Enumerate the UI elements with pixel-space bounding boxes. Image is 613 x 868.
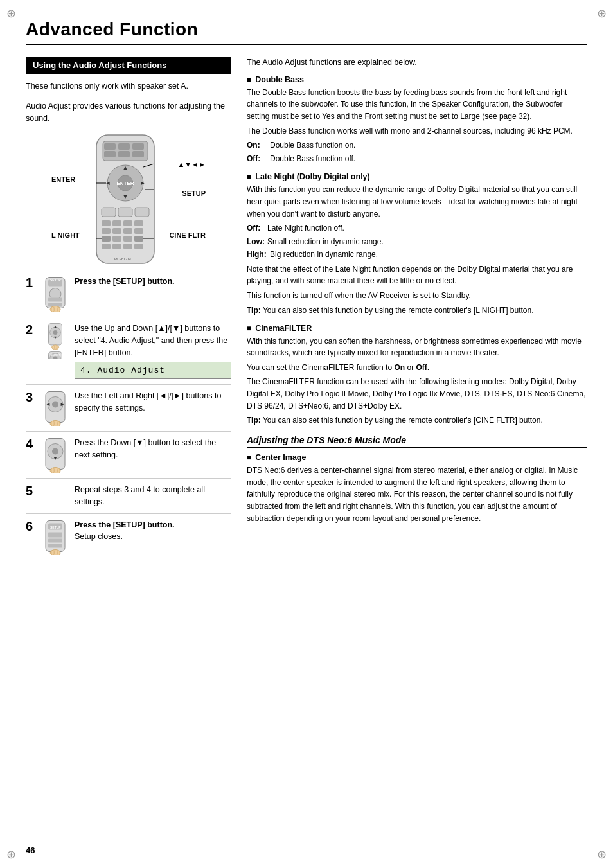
step-5-row: 5 Repeat steps 3 and 4 to complete all s… [26,484,231,514]
label-cinefltr: CINE FLTR [169,231,206,239]
svg-text:▲: ▲ [53,324,57,328]
svg-rect-70 [55,421,57,427]
step-4-icon: ▼ [41,437,69,473]
step-6-icon: SETUP [41,519,69,555]
center-image-body: DTS Neo:6 derives a center-channel signa… [247,465,587,524]
svg-rect-21 [134,220,143,226]
late-night-body: With this function you can reduce the dy… [247,184,587,315]
step-1-row: 1 SETUP [26,276,231,317]
svg-rect-6 [118,151,130,157]
late-night-title: Late Night (Dolby Digital only) [247,172,587,181]
svg-point-74 [52,448,58,455]
svg-rect-32 [123,244,132,249]
double-bass-section: Double Bass The Double Bass function boo… [247,75,587,165]
svg-rect-22 [102,228,111,234]
step-6-number: 6 [26,519,39,534]
svg-rect-2 [104,143,116,150]
late-night-section: Late Night (Dolby Digital only) With thi… [247,172,587,315]
double-bass-off-row: Off: Double Bass function off. [247,153,587,165]
step-3-left: 3 ◄ ► [26,390,75,426]
section-header: Using the Audio Adjust Functions [26,57,231,74]
center-image-section: Center Image DTS Neo:6 derives a center-… [247,453,587,524]
svg-rect-18 [102,220,111,226]
svg-text:►: ► [140,180,146,186]
svg-rect-83 [48,532,62,537]
step-2-icon: ▲ ▼ ENTER [41,323,69,359]
svg-rect-85 [48,544,62,547]
svg-rect-88 [55,549,57,555]
svg-rect-48 [55,306,57,312]
svg-text:RC-817M: RC-817M [114,257,131,261]
svg-rect-57 [55,345,57,349]
center-image-title: Center Image [247,453,587,462]
double-bass-body: The Double Bass function boosts the bass… [247,87,587,165]
step-1-left: 1 SETUP [26,276,75,312]
label-arrows: ▲▼◄► [177,161,206,168]
step-2-text: Use the Up and Down [▲]/[▼] buttons to s… [75,323,231,379]
svg-rect-4 [132,143,144,150]
svg-rect-89 [58,551,60,555]
svg-rect-20 [123,220,132,226]
svg-point-65 [52,402,58,408]
late-night-off-row: Off: Late Night function off. [247,222,587,235]
step-5-text: Repeat steps 3 and 4 to complete all set… [75,484,231,508]
svg-rect-47 [51,307,54,312]
svg-rect-58 [57,346,58,350]
svg-point-52 [53,330,58,335]
svg-text:ENTER: ENTER [51,353,60,357]
corner-mark-br: ⊕ [597,847,607,862]
right-intro: The Audio Adjust functions are explained… [247,57,587,69]
dts-neo-title: Adjusting the DTS Neo:6 Music Mode [247,435,587,448]
svg-rect-23 [112,228,121,234]
cinema-filter-tip: Tip: You can also set this function by u… [247,414,587,426]
step-4-number: 4 [26,437,39,452]
svg-rect-3 [118,143,130,150]
step-5-number: 5 [26,484,39,499]
cinema-filter-section: CinemaFILTER With this function, you can… [247,324,587,427]
svg-text:▼: ▼ [123,193,129,200]
svg-rect-87 [51,550,54,555]
step-1-number: 1 [26,276,39,290]
svg-rect-71 [58,422,60,427]
svg-rect-26 [102,236,111,242]
svg-rect-84 [48,538,62,542]
label-lnight: L NIGHT [51,231,80,239]
svg-text:ENTER: ENTER [116,181,134,186]
svg-rect-30 [102,244,111,249]
double-bass-title: Double Bass [247,75,587,84]
label-setup: SETUP [182,190,206,197]
svg-text:▼: ▼ [53,456,58,461]
right-column: The Audio Adjust functions are explained… [247,57,587,565]
svg-rect-5 [104,151,116,157]
step-3-number: 3 [26,390,39,405]
corner-mark-bl: ⊕ [6,847,16,862]
svg-rect-7 [132,151,144,157]
svg-text:◄: ◄ [46,402,51,407]
svg-rect-56 [53,346,55,350]
main-content: Using the Audio Adjust Functions These f… [26,57,587,565]
step-3-row: 3 ◄ ► [26,390,231,432]
late-night-high-row: High: Big reduction in dynamic range. [247,249,587,261]
step-1-icon: SETUP [41,276,69,312]
svg-rect-77 [51,468,54,474]
svg-rect-25 [134,228,143,234]
step-4-left: 4 ▼ [26,437,75,473]
page-title: Advanced Function [26,19,587,45]
step-6-row: 6 SETUP [26,519,231,560]
step-3-text: Use the Left and Right [◄]/[►] buttons t… [75,390,231,414]
svg-rect-19 [112,220,121,226]
late-night-low-row: Low: Small reduction in dynamic range. [247,236,587,248]
svg-text:▲: ▲ [123,164,129,171]
svg-rect-15 [102,208,116,217]
svg-rect-69 [51,421,54,427]
corner-mark-tr: ⊕ [597,6,607,21]
intro-text-2: Audio Adjust provides various functions … [26,100,231,125]
double-bass-on-row: On: Double Bass function on. [247,139,587,152]
svg-rect-28 [123,236,132,242]
step-2-row: 2 ▲ ▼ [26,323,231,385]
step-1-text: Press the [SETUP] button. [75,276,231,288]
svg-rect-24 [123,228,132,234]
steps-container: 1 SETUP [26,276,231,560]
step-6-text: Press the [SETUP] button. Setup closes. [75,519,231,544]
cinema-filter-body: With this function, you can soften the h… [247,335,587,427]
